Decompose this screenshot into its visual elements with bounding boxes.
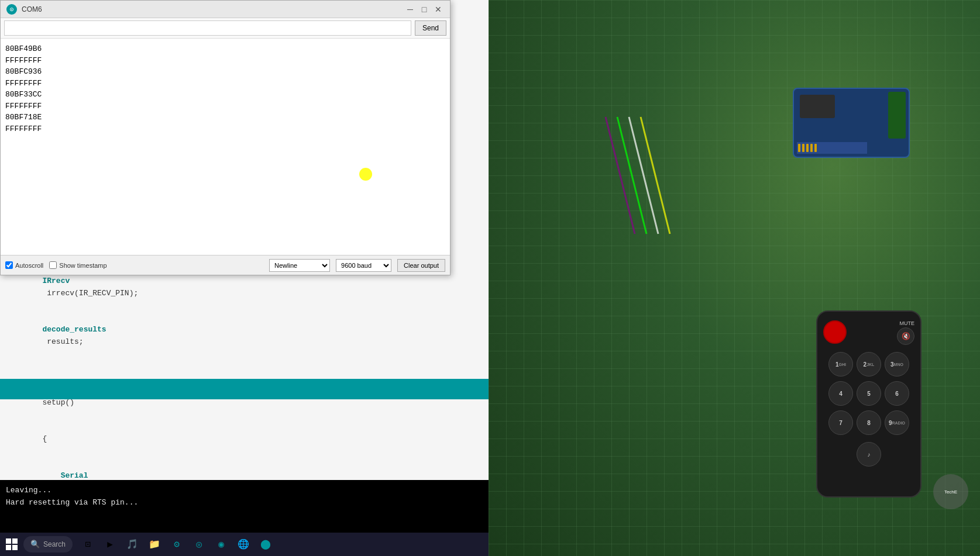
music-icon[interactable]: 🎵: [123, 535, 142, 554]
upload-line-1: Leaving...: [6, 485, 483, 497]
serial-bottom-bar: Autoscroll Show timestamp Newline No lin…: [1, 255, 450, 275]
arduino-logo: ◎: [6, 4, 17, 15]
output-line-7: 80BF718E: [5, 112, 445, 123]
remote-btn-9: 9RADIO: [885, 410, 909, 435]
remote-mute-area: MUTE 🔇: [897, 320, 914, 345]
timestamp-checkbox[interactable]: [49, 261, 57, 269]
remote-music-btn: ♪: [857, 442, 881, 467]
browser-icon[interactable]: 🌐: [234, 535, 253, 554]
remote-btn-7: 7: [828, 410, 853, 435]
remote-top-row: MUTE 🔇: [823, 320, 914, 345]
search-text: Search: [43, 540, 66, 548]
code-setup: setup(): [42, 398, 74, 407]
code-irrecv-type: IRrecv: [42, 277, 70, 285]
taskbar-search[interactable]: 🔍 Search: [23, 536, 73, 552]
code-line-5: {: [0, 421, 489, 457]
app-icon[interactable]: ⬤: [256, 535, 275, 554]
close-button[interactable]: ✕: [432, 4, 444, 15]
output-line-5: 80BF33CC: [5, 89, 445, 101]
output-line-2: FFFFFFFF: [5, 55, 445, 67]
serial-input-row: Send: [1, 18, 450, 39]
search-icon: 🔍: [30, 540, 40, 549]
settings-icon-2[interactable]: ◎: [190, 535, 208, 554]
teal-bar: [0, 379, 489, 399]
remote-btn-1: 1GHI: [828, 352, 853, 377]
serial-monitor-titlebar: ◎ COM6 ─ □ ✕: [1, 1, 450, 18]
code-line-3: [0, 360, 489, 372]
window-title: COM6: [22, 5, 42, 13]
newline-dropdown[interactable]: Newline No line ending Carriage return B…: [269, 259, 330, 272]
svg-line-0: [606, 117, 635, 234]
code-line-2: decode_results results;: [0, 312, 489, 360]
task-view-icon[interactable]: ⊡: [78, 535, 97, 554]
upload-line-2: Hard resetting via RTS pin...: [6, 497, 483, 509]
remote-btn-4: 4: [828, 381, 853, 406]
serial-output: 80BF49B6 FFFFFFFF 80BFC936 FFFFFFFF 80BF…: [1, 39, 450, 255]
remote-number-row-3: 7 8 9RADIO: [828, 410, 909, 435]
output-line-8: FFFFFFFF: [5, 123, 445, 135]
clear-output-button[interactable]: Clear output: [397, 259, 445, 272]
output-line-1: 80BF49B6: [5, 43, 445, 55]
main-layout: ◎ COM6 ─ □ ✕ Send 80BF49B6 FFFFFFFF 80BF…: [0, 0, 980, 556]
output-line-3: 80BFC936: [5, 66, 445, 78]
code-irrecv-var: irrecv(IR_RECV_PIN);: [42, 289, 138, 298]
send-button[interactable]: Send: [415, 20, 446, 36]
remote-number-row-2: 4 5 6: [828, 381, 909, 406]
autoscroll-checkbox[interactable]: [5, 261, 13, 269]
remote-btn-6: 6: [885, 381, 909, 406]
remote-power-button: [823, 320, 847, 344]
mute-button: 🔇: [897, 327, 914, 345]
baud-rate-dropdown[interactable]: 9600 baud 115200 baud: [336, 259, 391, 272]
logo-sq-1: [6, 538, 11, 544]
remote-number-row-1: 1GHI 2JKL 3MNO: [828, 352, 909, 377]
mute-label: MUTE: [900, 320, 915, 326]
channel-text: TechE: [944, 489, 957, 495]
code-decode-var: results;: [42, 337, 83, 346]
serial-monitor-window: ◎ COM6 ─ □ ✕ Send 80BF49B6 FFFFFFFF 80BF…: [0, 0, 451, 275]
left-panel: ◎ COM6 ─ □ ✕ Send 80BF49B6 FFFFFFFF 80BF…: [0, 0, 489, 556]
photo-background: MUTE 🔇 1GHI 2JKL 3MNO 4 5 6: [489, 0, 980, 556]
maximize-button[interactable]: □: [418, 4, 430, 15]
titlebar-left: ◎ COM6: [6, 4, 42, 15]
timestamp-label[interactable]: Show timestamp: [49, 261, 106, 269]
folder-icon[interactable]: 📁: [145, 535, 164, 554]
remote-btn-3: 3MNO: [885, 352, 909, 377]
autoscroll-label[interactable]: Autoscroll: [5, 261, 43, 269]
settings-icon-1[interactable]: ⚙: [167, 535, 186, 554]
svg-line-3: [641, 117, 670, 234]
cursor-indicator: [359, 168, 372, 181]
taskbar-icons: ⊡ ▶ 🎵 📁 ⚙ ◎ ◉ 🌐 ⬤: [78, 535, 275, 554]
logo-sq-2: [12, 538, 18, 544]
windows-logo: [6, 538, 18, 550]
remote-btn-2: 2JKL: [857, 352, 881, 377]
titlebar-controls: ─ □ ✕: [404, 4, 444, 15]
taskbar: 🔍 Search ⊡ ▶ 🎵 📁 ⚙ ◎ ◉ 🌐 ⬤: [0, 533, 489, 556]
right-panel: MUTE 🔇 1GHI 2JKL 3MNO 4 5 6: [489, 0, 980, 556]
output-line-4: FFFFFFFF: [5, 78, 445, 89]
code-decode-type: decode_results: [42, 325, 106, 334]
remote-control: MUTE 🔇 1GHI 2JKL 3MNO 4 5 6: [816, 310, 921, 498]
minimize-button[interactable]: ─: [404, 4, 416, 15]
serial-input[interactable]: [4, 20, 411, 36]
mute-icon: 🔇: [902, 332, 910, 341]
remote-music-row: ♪: [857, 442, 881, 467]
output-line-6: FFFFFFFF: [5, 101, 445, 112]
logo-sq-3: [6, 545, 11, 550]
autoscroll-text: Autoscroll: [15, 262, 43, 269]
start-button[interactable]: [0, 533, 23, 556]
svg-line-1: [617, 117, 647, 234]
timestamp-text: Show timestamp: [59, 262, 106, 269]
media-player-icon[interactable]: ▶: [101, 535, 119, 554]
settings-icon-3[interactable]: ◉: [212, 535, 231, 554]
channel-logo: TechE: [933, 474, 968, 509]
remote-btn-8: 8: [857, 410, 881, 435]
svg-line-2: [629, 117, 658, 234]
code-brace-open: {: [42, 434, 47, 443]
code-serial: Serial: [42, 471, 88, 480]
logo-sq-4: [12, 545, 18, 550]
remote-btn-5: 5: [857, 381, 881, 406]
